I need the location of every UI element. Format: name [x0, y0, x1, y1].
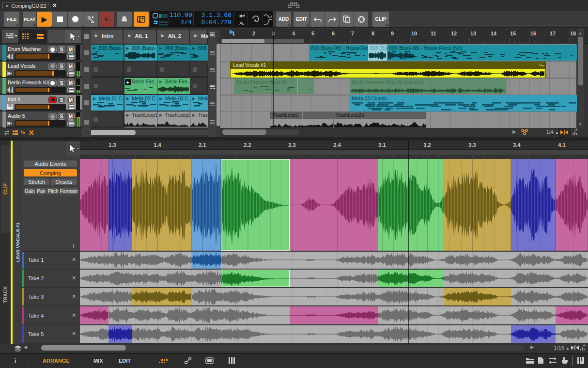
svg-text:w: w [91, 19, 94, 23]
